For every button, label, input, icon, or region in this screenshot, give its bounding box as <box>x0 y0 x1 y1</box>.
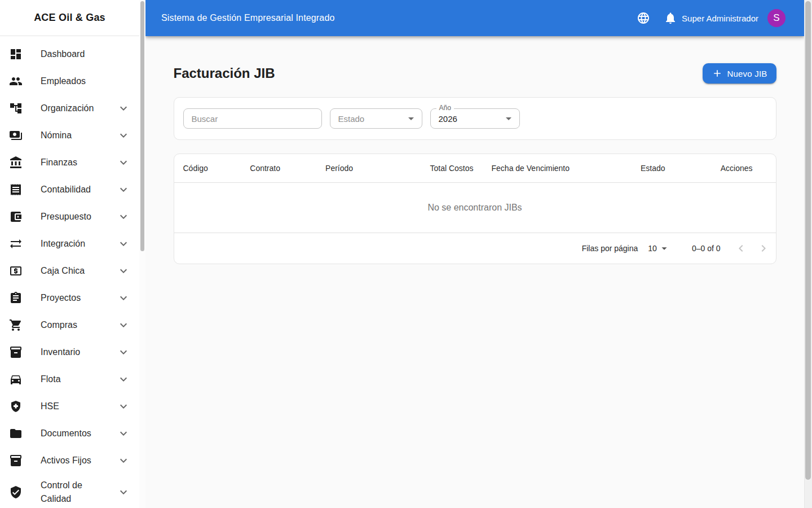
page-scrollbar[interactable] <box>804 0 812 508</box>
sidebar-item-organizacion[interactable]: Organización <box>0 95 145 122</box>
user-name: Super Administrador <box>682 14 758 23</box>
sidebar-item-nomina[interactable]: Nómina <box>0 122 145 149</box>
chevron-down-icon <box>117 485 130 499</box>
org-tree-icon <box>9 102 23 115</box>
column-header-codigo: Código <box>174 164 241 173</box>
jib-table-card: CódigoContratoPeríodoTotal CostosFecha d… <box>174 154 776 264</box>
globe-icon <box>637 11 650 25</box>
chevron-down-icon <box>117 427 130 440</box>
sidebar-item-activos-fijos[interactable]: Activos Fijos <box>0 447 145 474</box>
sidebar: ACE Oil & Gas Dashboard Empleados Organi… <box>0 0 145 508</box>
estado-select-value: Estado <box>338 114 365 124</box>
appbar: Sistema de Gestión Empresarial Integrado… <box>145 0 804 36</box>
bank-icon <box>9 156 23 169</box>
dashboard-icon <box>9 47 23 61</box>
anio-select[interactable]: Año 2026 <box>430 108 520 129</box>
sidebar-scrollbar[interactable] <box>139 0 145 508</box>
new-jib-button[interactable]: Nuevo JIB <box>703 63 776 84</box>
folder-icon <box>9 427 23 440</box>
chevron-down-icon <box>117 237 130 251</box>
chevron-down-icon <box>117 264 130 278</box>
chevron-down-icon <box>117 400 130 413</box>
sidebar-item-presupuesto[interactable]: Presupuesto <box>0 203 145 230</box>
language-button[interactable] <box>637 11 650 25</box>
clipboard-icon <box>9 291 23 305</box>
search-input[interactable] <box>183 108 322 129</box>
sidebar-item-hse[interactable]: HSE <box>0 393 145 420</box>
new-jib-button-label: Nuevo JIB <box>727 69 767 78</box>
page-title: Facturación JIB <box>174 65 275 81</box>
chevron-down-icon <box>117 318 130 332</box>
chevron-down-icon <box>117 102 130 115</box>
column-header-estado: Estado <box>632 164 712 173</box>
notifications-button[interactable] <box>664 11 677 25</box>
sidebar-item-inventario[interactable]: Inventario <box>0 339 145 366</box>
page-scrollbar-thumb[interactable] <box>805 1 811 480</box>
shopping-cart-icon <box>9 318 23 332</box>
main-region: Sistema de Gestión Empresarial Integrado… <box>145 0 804 508</box>
chevron-down-icon <box>117 291 130 305</box>
column-header-fecha-de-vencimiento: Fecha de Vencimiento <box>483 164 632 173</box>
table-header-row: CódigoContratoPeríodoTotal CostosFecha d… <box>174 154 776 183</box>
column-header-total-costos: Total Costos <box>420 164 483 173</box>
column-header-acciones: Acciones <box>712 164 776 173</box>
cash-icon <box>9 264 23 278</box>
chevron-down-icon <box>117 183 130 196</box>
sidebar-item-proyectos[interactable]: Proyectos <box>0 284 145 312</box>
chevron-down-icon <box>117 129 130 142</box>
column-header-contrato: Contrato <box>241 164 316 173</box>
people-icon <box>9 75 23 88</box>
filters-card: Estado Año 2026 <box>174 97 776 140</box>
rows-per-page-label: Filas por página <box>582 244 638 253</box>
sidebar-item-documentos[interactable]: Documentos <box>0 420 145 447</box>
anio-select-value: 2026 <box>439 114 457 124</box>
page-header: Facturación JIB Nuevo JIB <box>174 63 776 84</box>
plus-icon <box>712 68 723 79</box>
chevron-right-icon <box>757 242 770 255</box>
sidebar-item-empleados[interactable]: Empleados <box>0 68 145 95</box>
sidebar-item-finanzas[interactable]: Finanzas <box>0 149 145 176</box>
table-pagination: Filas por página 10 0–0 of 0 <box>174 233 776 264</box>
sidebar-item-caja-chica[interactable]: Caja Chica <box>0 257 145 284</box>
wallet-icon <box>9 210 23 224</box>
chevron-down-icon <box>117 210 130 224</box>
estado-select[interactable]: Estado <box>330 108 422 129</box>
pagination-range: 0–0 of 0 <box>692 244 721 253</box>
chevron-down-icon <box>117 454 130 467</box>
sidebar-item-control-de-calidad[interactable]: Control de Calidad <box>0 474 145 507</box>
sidebar-item-flota[interactable]: Flota <box>0 366 145 393</box>
sidebar-nav: Dashboard Empleados Organización Nómina … <box>0 36 145 507</box>
app-brand: ACE Oil & Gas <box>0 0 145 36</box>
sidebar-item-dashboard[interactable]: Dashboard <box>0 41 145 68</box>
chevron-left-icon <box>734 242 748 255</box>
verified-shield-icon <box>9 485 23 499</box>
appbar-title: Sistema de Gestión Empresarial Integrado <box>161 13 334 23</box>
health-shield-icon <box>9 400 23 413</box>
bell-icon <box>664 11 677 25</box>
inventory-box-icon <box>9 345 23 359</box>
column-header-periodo: Período <box>316 164 420 173</box>
rows-per-page-select[interactable]: 10 <box>648 242 670 255</box>
swap-arrows-icon <box>9 237 23 251</box>
car-icon <box>9 373 23 386</box>
arrow-drop-down-icon <box>657 242 670 255</box>
sidebar-item-compras[interactable]: Compras <box>0 312 145 339</box>
sidebar-item-integracion[interactable]: Integración <box>0 230 145 257</box>
app-root: ACE Oil & Gas Dashboard Empleados Organi… <box>0 0 812 508</box>
arrow-drop-down-icon <box>404 112 418 125</box>
payments-card-icon <box>9 129 23 142</box>
inventory-box-icon <box>9 454 23 467</box>
page-content: Facturación JIB Nuevo JIB Estado <box>145 36 804 508</box>
chevron-down-icon <box>117 345 130 359</box>
avatar[interactable]: S <box>767 9 785 27</box>
rows-per-page-value: 10 <box>648 244 657 253</box>
receipt-icon <box>9 183 23 196</box>
sidebar-item-contabilidad[interactable]: Contabilidad <box>0 176 145 203</box>
chevron-down-icon <box>117 156 130 169</box>
previous-page-button[interactable] <box>730 237 752 260</box>
table-empty-message: No se encontraron JIBs <box>174 183 776 233</box>
arrow-drop-down-icon <box>502 112 515 125</box>
next-page-button[interactable] <box>752 237 775 260</box>
chevron-down-icon <box>117 373 130 386</box>
sidebar-scrollbar-thumb[interactable] <box>140 1 144 251</box>
